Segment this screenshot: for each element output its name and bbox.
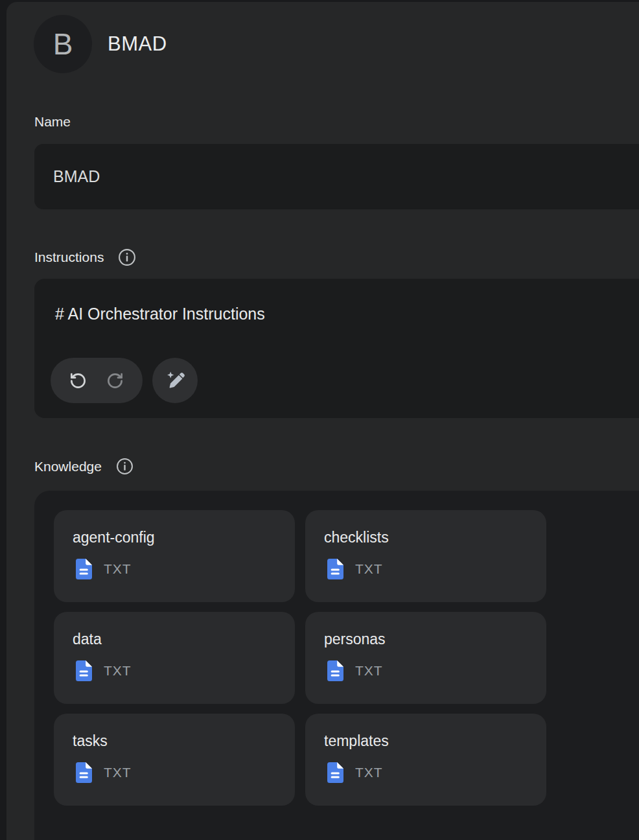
instructions-value: # AI Orchestrator Instructions — [55, 305, 265, 323]
redo-icon — [106, 371, 124, 390]
magic-rewrite-icon — [164, 369, 186, 391]
info-icon[interactable] — [118, 248, 136, 266]
file-type-badge: TXT — [104, 663, 132, 679]
txt-document-icon — [327, 762, 343, 783]
file-type-badge: TXT — [355, 765, 383, 780]
file-type-badge: TXT — [104, 765, 132, 780]
page-title: BMAD — [108, 32, 167, 56]
redo-button[interactable] — [101, 366, 130, 395]
gem-editor-panel: B BMAD Name BMAD Instructions # AI Orche… — [6, 2, 639, 840]
instructions-label-row: Instructions — [34, 248, 136, 266]
file-name: data — [73, 631, 279, 648]
avatar: B — [34, 15, 92, 73]
file-name: personas — [324, 631, 531, 648]
txt-document-icon — [76, 762, 92, 783]
knowledge-files-container: agent-config TXT checklists — [34, 491, 639, 840]
avatar-letter: B — [53, 27, 73, 62]
file-row: TXT — [327, 559, 531, 579]
gem-header: B BMAD — [34, 15, 167, 73]
name-label-row: Name — [34, 114, 71, 130]
undo-button[interactable] — [64, 366, 93, 395]
file-type-badge: TXT — [104, 561, 132, 577]
txt-document-icon — [76, 559, 92, 579]
txt-document-icon — [327, 559, 343, 579]
file-type-badge: TXT — [355, 561, 383, 577]
name-input[interactable]: BMAD — [34, 144, 639, 209]
file-name: templates — [324, 732, 531, 750]
instructions-textarea[interactable]: # AI Orchestrator Instructions — [34, 279, 639, 418]
knowledge-label: Knowledge — [34, 459, 102, 474]
file-row: TXT — [76, 660, 279, 681]
magic-rewrite-button[interactable] — [152, 358, 198, 403]
file-card[interactable]: data TXT — [54, 612, 295, 704]
file-name: agent-config — [73, 529, 279, 546]
file-card[interactable]: agent-config TXT — [54, 510, 295, 602]
file-name: tasks — [73, 732, 279, 750]
instructions-label: Instructions — [34, 250, 104, 265]
file-row: TXT — [327, 660, 531, 681]
file-name: checklists — [324, 529, 531, 546]
file-card[interactable]: checklists TXT — [305, 510, 546, 602]
file-type-badge: TXT — [355, 663, 383, 679]
info-icon[interactable] — [116, 458, 134, 475]
name-input-value: BMAD — [53, 167, 100, 186]
undo-icon — [69, 371, 87, 390]
file-card[interactable]: tasks TXT — [54, 714, 295, 806]
file-row: TXT — [76, 762, 279, 783]
name-label: Name — [34, 114, 71, 130]
file-row: TXT — [76, 559, 279, 579]
txt-document-icon — [76, 660, 92, 681]
undo-redo-pill — [51, 358, 143, 403]
file-card[interactable]: personas TXT — [305, 612, 546, 704]
file-row: TXT — [327, 762, 531, 783]
txt-document-icon — [327, 660, 343, 681]
knowledge-files-grid: agent-config TXT checklists — [54, 510, 639, 806]
knowledge-label-row: Knowledge — [34, 458, 134, 475]
file-card[interactable]: templates TXT — [305, 714, 546, 806]
